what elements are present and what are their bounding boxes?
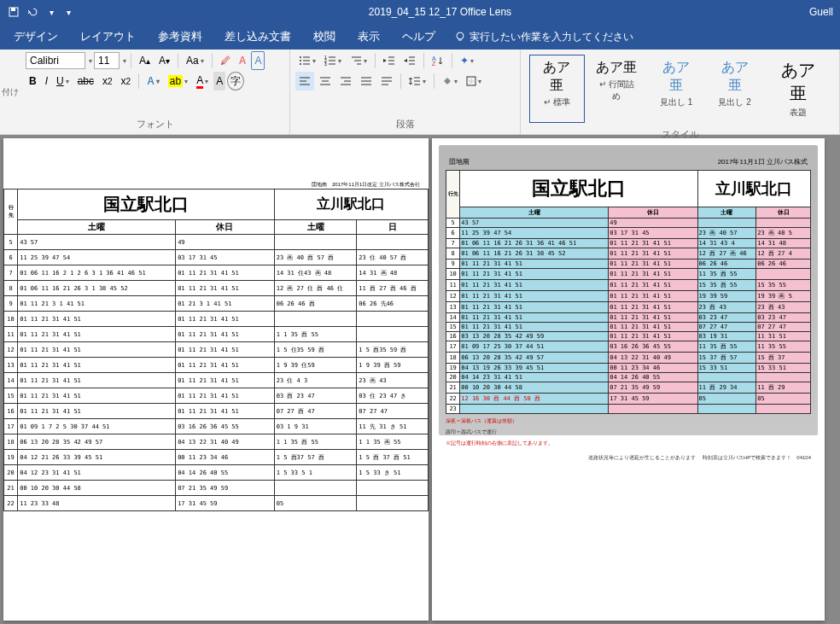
document-area: 団地南 2017年11月1日改定 立川バス株式会社 行先 国立駅北口 立川駅北口… xyxy=(0,135,840,624)
highlight-button[interactable]: ab▾ xyxy=(165,72,191,90)
photo-row: 1001 11 21 31 41 5101 11 21 31 41 5111 3… xyxy=(446,269,811,280)
tab-view[interactable]: 表示 xyxy=(347,24,390,50)
lightbulb-icon xyxy=(454,31,466,43)
timetable-row: 1601 11 21 31 41 5101 11 21 31 41 5107 2… xyxy=(4,404,429,419)
change-case-button[interactable]: Aa▾ xyxy=(183,51,207,70)
tab-references[interactable]: 参考資料 xyxy=(148,24,213,50)
timetable-row: 1101 11 21 31 41 5101 11 21 31 41 511 1 … xyxy=(4,327,429,342)
grow-font-button[interactable]: A▴ xyxy=(136,51,154,70)
strikethrough-button[interactable]: abc xyxy=(74,72,97,90)
underline-button[interactable]: U▾ xyxy=(53,72,73,90)
tell-me-search[interactable]: 実行したい作業を入力してください xyxy=(447,30,640,44)
photo-sat1: 土曜 xyxy=(460,207,609,219)
timetable-row: 543 5749 xyxy=(4,235,429,250)
page-left: 団地南 2017年11月1日改定 立川バス株式会社 行先 国立駅北口 立川駅北口… xyxy=(3,138,429,621)
bullets-button[interactable]: ▾ xyxy=(295,51,319,70)
style-gallery[interactable]: あア亜↵ 標準あア亜↵ 行間詰めあア亜見出し 1あア亜見出し 2あア亜表題 xyxy=(526,51,834,126)
photo-row: 1201 11 21 31 41 5101 11 21 31 41 5119 3… xyxy=(446,291,811,302)
timetable-row: 901 11 21 3 1 41 5101 21 3 1 41 5106 26 … xyxy=(4,296,429,312)
shrink-font-button[interactable]: A▾ xyxy=(155,51,173,70)
align-justify-button[interactable] xyxy=(357,72,376,90)
style-item-0[interactable]: あア亜↵ 標準 xyxy=(529,55,585,123)
subscript-button[interactable]: x2 xyxy=(99,72,116,90)
distribute-button[interactable] xyxy=(377,72,396,90)
photo-row: 1904 13 19 26 33 39 45 5100 11 23 34 461… xyxy=(446,364,811,373)
font-size-select[interactable] xyxy=(94,52,120,69)
timetable-row: 2100 10 20 30 44 5807 21 35 49 59 xyxy=(4,481,429,496)
timetable-photo: 団地南 2017年11月1日 立川バス株式 行先 国立駅北口 立川駅北口 土曜 … xyxy=(439,145,818,435)
line-spacing-button[interactable]: ▾ xyxy=(405,72,429,90)
tell-me-label: 実行したい作業を入力してください xyxy=(470,30,633,44)
paragraph-group: ▾ 123▾ ▾ AZ ✦▾ ▾ ▾ ▾ xyxy=(290,50,521,134)
enclose-button[interactable]: 字 xyxy=(227,72,244,90)
svg-text:Z: Z xyxy=(432,61,436,66)
photo-row: 1806 13 20 28 35 42 49 5704 13 22 31 40 … xyxy=(446,353,811,364)
photo-bottom-note: 道路状況等により遅延が生じることがあります 時刻表は立川バスHPで検索できます！… xyxy=(446,454,811,462)
paragraph-group-label: 段落 xyxy=(295,116,515,132)
text-effects-button[interactable]: A▾ xyxy=(143,72,163,90)
user-name: Guell xyxy=(809,6,833,18)
style-item-1[interactable]: あア亜↵ 行間詰め xyxy=(588,55,645,123)
character-shading-button[interactable]: A xyxy=(213,72,225,90)
styles-group: あア亜↵ 標準あア亜↵ 行間詰めあア亜見出し 1あア亜見出し 2あア亜表題 スタ… xyxy=(521,50,840,134)
photo-row: 543 5749 xyxy=(446,219,811,228)
align-center-button[interactable] xyxy=(316,72,335,90)
enclose-characters-button[interactable]: A xyxy=(251,51,265,70)
sort-button[interactable]: AZ xyxy=(429,51,447,70)
svg-rect-1 xyxy=(11,8,15,11)
svg-point-2 xyxy=(457,32,464,39)
borders-button[interactable]: ▾ xyxy=(463,72,485,90)
photo-row: 801 06 11 16 21 26 31 38 45 5201 11 21 3… xyxy=(446,248,811,260)
page-right: 団地南 2017年11月1日 立川バス株式 行先 国立駅北口 立川駅北口 土曜 … xyxy=(432,138,825,621)
phonetic-guide-button[interactable]: 🖉 xyxy=(217,51,234,70)
timetable-row: 1301 11 21 31 41 5101 11 21 31 41 511 9 … xyxy=(4,358,429,373)
photo-row: 901 11 21 31 41 5101 11 21 31 41 5106 26… xyxy=(446,260,811,269)
photo-legend2: 西印＝西武バスで運行 xyxy=(446,429,811,436)
shading-button[interactable]: ▾ xyxy=(439,72,461,90)
tab-layout[interactable]: レイアウト xyxy=(70,24,146,50)
style-item-3[interactable]: あア亜見出し 2 xyxy=(707,55,762,123)
dest-kunitachi: 国立駅北口 xyxy=(18,190,275,220)
photo-dest2: 立川駅北口 xyxy=(697,171,810,207)
clear-formatting-button[interactable]: A xyxy=(236,51,250,70)
italic-button[interactable]: I xyxy=(42,72,51,90)
photo-legend1: 深夜＝深夜バス（運賃は倍額） xyxy=(446,417,811,425)
increase-indent-button[interactable] xyxy=(400,51,419,70)
tab-help[interactable]: ヘルプ xyxy=(392,24,446,50)
tab-design[interactable]: デザイン xyxy=(3,24,68,50)
align-right-button[interactable] xyxy=(336,72,355,90)
show-marks-button[interactable]: ✦▾ xyxy=(457,51,477,70)
dest-tachikawa: 立川駅北口 xyxy=(274,190,428,220)
timetable-row: 701 06 11 16 2 1 2 6 3 1 36 41 46 5101 1… xyxy=(4,265,429,281)
numbering-button[interactable]: 123▾ xyxy=(321,51,345,70)
photo-row: 2100 10 20 30 44 5807 21 35 49 5911 西 29… xyxy=(446,382,811,394)
timetable-row: 611 25 39 47 5403 17 31 4523 画 40 西 57 西… xyxy=(4,250,429,265)
doc-header-note: 団地南 2017年11月1日改定 立川バス株式会社 xyxy=(3,181,429,189)
tab-review[interactable]: 校閲 xyxy=(303,24,346,50)
quick-access-customize[interactable]: ▾ xyxy=(63,8,71,17)
photo-hol2: 休日 xyxy=(756,207,811,219)
photo-table: 行先 国立駅北口 立川駅北口 土曜 休日 土曜 休日 543 5749611 2… xyxy=(446,170,811,414)
superscript-button[interactable]: x2 xyxy=(118,72,135,90)
photo-row: 1603 13 20 28 35 42 49 5901 11 21 31 41 … xyxy=(446,332,811,341)
timetable-row: 1001 11 21 31 41 5101 11 21 31 41 51 xyxy=(4,312,429,327)
photo-dest1: 国立駅北口 xyxy=(460,171,697,207)
tab-mailings[interactable]: 差し込み文書 xyxy=(214,24,301,50)
align-left-button[interactable] xyxy=(295,72,314,90)
font-color-button[interactable]: A▾ xyxy=(193,72,212,90)
redo-dropdown-icon[interactable]: ▾ xyxy=(44,5,58,19)
save-icon[interactable] xyxy=(7,5,20,19)
svg-text:3: 3 xyxy=(324,61,327,66)
timetable-row: 2004 12 23 31 41 5104 14 26 40 551 5 33 … xyxy=(4,465,429,481)
decrease-indent-button[interactable] xyxy=(380,51,399,70)
photo-header-right: 2017年11月1日 立川バス株式 xyxy=(718,157,808,166)
photo-row: 23 xyxy=(446,405,811,414)
font-name-select[interactable] xyxy=(26,52,85,69)
timetable-row: 801 06 11 16 21 26 3 1 38 45 5201 11 21 … xyxy=(4,281,429,296)
style-item-4[interactable]: あア亜表題 xyxy=(766,55,831,123)
undo-icon[interactable] xyxy=(26,5,39,19)
bold-button[interactable]: B xyxy=(26,72,40,90)
style-item-2[interactable]: あア亜見出し 1 xyxy=(649,55,704,123)
multilevel-list-button[interactable]: ▾ xyxy=(347,51,370,70)
timetable-left: 行先 国立駅北口 立川駅北口 土曜 休日 土曜 日 543 5749611 25… xyxy=(3,189,429,511)
